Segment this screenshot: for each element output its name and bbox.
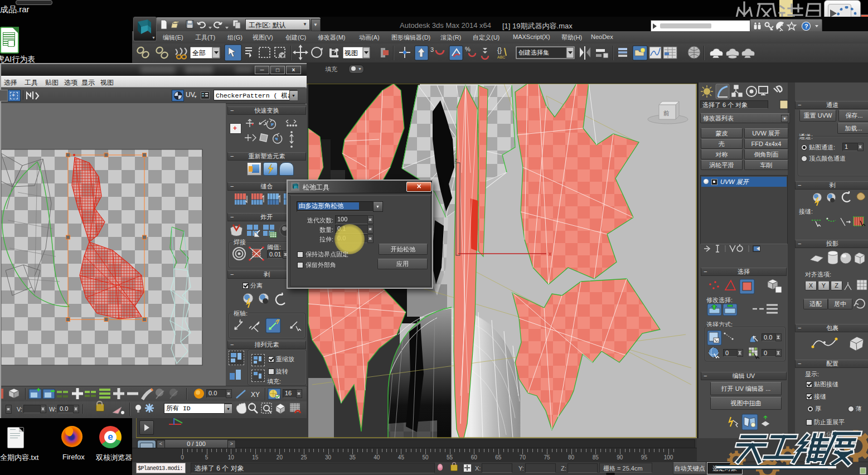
svg-text:z: z [455,157,458,163]
svg-text:ABC: ABC [497,55,505,59]
svg-text:XY: XY [251,391,260,399]
svg-text:视图: 视图 [344,49,358,57]
svg-text:%: % [465,46,471,52]
svg-text:x: x [549,251,551,257]
svg-text:创建选择集: 创建选择集 [518,49,549,56]
svg-text:前: 前 [663,110,670,117]
svg-text:全部: 全部 [192,49,206,57]
svg-text:3: 3 [430,46,434,53]
svg-text:?: ? [804,23,808,30]
svg-text:{}: {} [497,46,502,54]
